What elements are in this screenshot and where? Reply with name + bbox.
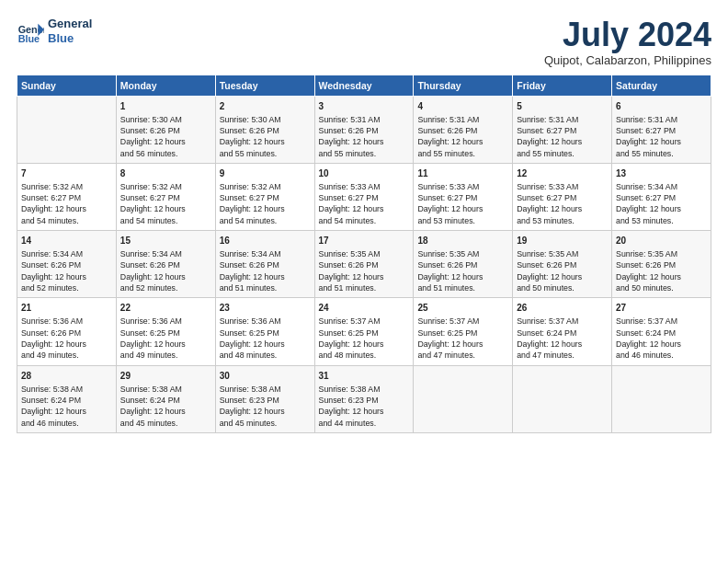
col-friday: Friday <box>513 75 612 96</box>
day-number: 10 <box>319 167 410 180</box>
logo-icon: General Blue <box>17 17 44 45</box>
day-number: 30 <box>220 370 311 383</box>
week-row-2: 7Sunrise: 5:32 AM Sunset: 6:27 PM Daylig… <box>17 163 711 230</box>
day-info: Sunrise: 5:37 AM Sunset: 6:25 PM Dayligh… <box>417 316 508 361</box>
day-number: 29 <box>120 370 211 383</box>
subtitle: Quipot, Calabarzon, Philippines <box>544 53 711 67</box>
day-number: 23 <box>220 302 311 315</box>
day-info: Sunrise: 5:38 AM Sunset: 6:23 PM Dayligh… <box>220 384 311 429</box>
day-info: Sunrise: 5:32 AM Sunset: 6:27 PM Dayligh… <box>120 181 211 226</box>
cell-w4-d2: 22Sunrise: 5:36 AM Sunset: 6:25 PM Dayli… <box>116 298 215 365</box>
day-number: 5 <box>517 100 608 113</box>
day-info: Sunrise: 5:31 AM Sunset: 6:26 PM Dayligh… <box>319 114 410 159</box>
cell-w2-d4: 10Sunrise: 5:33 AM Sunset: 6:27 PM Dayli… <box>314 163 414 230</box>
cell-w2-d6: 12Sunrise: 5:33 AM Sunset: 6:27 PM Dayli… <box>513 163 612 230</box>
day-info: Sunrise: 5:35 AM Sunset: 6:26 PM Dayligh… <box>517 248 608 293</box>
cell-w5-d7 <box>612 365 711 432</box>
header-row: Sunday Monday Tuesday Wednesday Thursday… <box>17 75 711 96</box>
day-number: 8 <box>120 167 211 180</box>
day-info: Sunrise: 5:32 AM Sunset: 6:27 PM Dayligh… <box>21 181 112 226</box>
week-row-5: 28Sunrise: 5:38 AM Sunset: 6:24 PM Dayli… <box>17 365 711 432</box>
cell-w1-d1 <box>17 96 117 163</box>
cell-w4-d1: 21Sunrise: 5:36 AM Sunset: 6:26 PM Dayli… <box>17 298 117 365</box>
cell-w4-d5: 25Sunrise: 5:37 AM Sunset: 6:25 PM Dayli… <box>414 298 513 365</box>
day-info: Sunrise: 5:33 AM Sunset: 6:27 PM Dayligh… <box>517 181 608 226</box>
cell-w3-d7: 20Sunrise: 5:35 AM Sunset: 6:26 PM Dayli… <box>612 231 711 298</box>
logo-text-line1: General <box>48 17 92 31</box>
day-number: 28 <box>21 370 112 383</box>
day-info: Sunrise: 5:30 AM Sunset: 6:26 PM Dayligh… <box>120 114 211 159</box>
cell-w1-d3: 2Sunrise: 5:30 AM Sunset: 6:26 PM Daylig… <box>215 96 314 163</box>
cell-w5-d6 <box>513 365 612 432</box>
cell-w3-d3: 16Sunrise: 5:34 AM Sunset: 6:26 PM Dayli… <box>215 231 314 298</box>
day-number: 3 <box>319 100 410 113</box>
day-info: Sunrise: 5:38 AM Sunset: 6:23 PM Dayligh… <box>319 384 410 429</box>
day-number: 11 <box>417 167 508 180</box>
cell-w1-d6: 5Sunrise: 5:31 AM Sunset: 6:27 PM Daylig… <box>513 96 612 163</box>
col-thursday: Thursday <box>414 75 513 96</box>
cell-w1-d5: 4Sunrise: 5:31 AM Sunset: 6:26 PM Daylig… <box>414 96 513 163</box>
col-tuesday: Tuesday <box>215 75 314 96</box>
col-saturday: Saturday <box>612 75 711 96</box>
day-number: 16 <box>220 235 311 247</box>
day-number: 1 <box>120 100 211 113</box>
col-wednesday: Wednesday <box>314 75 414 96</box>
day-number: 14 <box>21 235 112 247</box>
day-info: Sunrise: 5:38 AM Sunset: 6:24 PM Dayligh… <box>21 384 112 429</box>
cell-w4-d7: 27Sunrise: 5:37 AM Sunset: 6:24 PM Dayli… <box>612 298 711 365</box>
cell-w4-d6: 26Sunrise: 5:37 AM Sunset: 6:24 PM Dayli… <box>513 298 612 365</box>
day-info: Sunrise: 5:38 AM Sunset: 6:24 PM Dayligh… <box>120 384 211 429</box>
day-info: Sunrise: 5:31 AM Sunset: 6:27 PM Dayligh… <box>616 114 707 159</box>
cell-w1-d2: 1Sunrise: 5:30 AM Sunset: 6:26 PM Daylig… <box>116 96 215 163</box>
day-info: Sunrise: 5:34 AM Sunset: 6:26 PM Dayligh… <box>21 248 112 293</box>
day-info: Sunrise: 5:35 AM Sunset: 6:26 PM Dayligh… <box>319 248 410 293</box>
cell-w3-d4: 17Sunrise: 5:35 AM Sunset: 6:26 PM Dayli… <box>314 231 414 298</box>
day-info: Sunrise: 5:35 AM Sunset: 6:26 PM Dayligh… <box>616 248 707 293</box>
day-info: Sunrise: 5:36 AM Sunset: 6:25 PM Dayligh… <box>220 316 311 361</box>
calendar-body: 1Sunrise: 5:30 AM Sunset: 6:26 PM Daylig… <box>17 96 711 432</box>
cell-w5-d5 <box>414 365 513 432</box>
day-number: 31 <box>319 370 410 383</box>
cell-w2-d3: 9Sunrise: 5:32 AM Sunset: 6:27 PM Daylig… <box>215 163 314 230</box>
cell-w3-d5: 18Sunrise: 5:35 AM Sunset: 6:26 PM Dayli… <box>414 231 513 298</box>
day-number: 18 <box>417 235 508 247</box>
day-info: Sunrise: 5:37 AM Sunset: 6:25 PM Dayligh… <box>319 316 410 361</box>
day-number: 22 <box>120 302 211 315</box>
cell-w2-d2: 8Sunrise: 5:32 AM Sunset: 6:27 PM Daylig… <box>116 163 215 230</box>
calendar-table: Sunday Monday Tuesday Wednesday Thursday… <box>17 75 711 433</box>
cell-w4-d4: 24Sunrise: 5:37 AM Sunset: 6:25 PM Dayli… <box>314 298 414 365</box>
cell-w3-d6: 19Sunrise: 5:35 AM Sunset: 6:26 PM Dayli… <box>513 231 612 298</box>
day-number: 17 <box>319 235 410 247</box>
col-monday: Monday <box>116 75 215 96</box>
day-number: 9 <box>220 167 311 180</box>
day-info: Sunrise: 5:34 AM Sunset: 6:27 PM Dayligh… <box>616 181 707 226</box>
day-number: 12 <box>517 167 608 180</box>
cell-w5-d2: 29Sunrise: 5:38 AM Sunset: 6:24 PM Dayli… <box>116 365 215 432</box>
day-info: Sunrise: 5:37 AM Sunset: 6:24 PM Dayligh… <box>517 316 608 361</box>
cell-w5-d3: 30Sunrise: 5:38 AM Sunset: 6:23 PM Dayli… <box>215 365 314 432</box>
col-sunday: Sunday <box>17 75 117 96</box>
day-info: Sunrise: 5:32 AM Sunset: 6:27 PM Dayligh… <box>220 181 311 226</box>
day-number: 21 <box>21 302 112 315</box>
day-number: 25 <box>417 302 508 315</box>
day-info: Sunrise: 5:30 AM Sunset: 6:26 PM Dayligh… <box>220 114 311 159</box>
week-row-4: 21Sunrise: 5:36 AM Sunset: 6:26 PM Dayli… <box>17 298 711 365</box>
day-number: 19 <box>517 235 608 247</box>
day-number: 6 <box>616 100 707 113</box>
logo: General Blue General Blue <box>17 17 92 45</box>
day-number: 7 <box>21 167 112 180</box>
page-header: General Blue General Blue July 2024 Quip… <box>17 17 711 67</box>
cell-w2-d1: 7Sunrise: 5:32 AM Sunset: 6:27 PM Daylig… <box>17 163 117 230</box>
day-info: Sunrise: 5:37 AM Sunset: 6:24 PM Dayligh… <box>616 316 707 361</box>
day-info: Sunrise: 5:35 AM Sunset: 6:26 PM Dayligh… <box>417 248 508 293</box>
day-info: Sunrise: 5:34 AM Sunset: 6:26 PM Dayligh… <box>120 248 211 293</box>
cell-w2-d7: 13Sunrise: 5:34 AM Sunset: 6:27 PM Dayli… <box>612 163 711 230</box>
day-number: 24 <box>319 302 410 315</box>
day-number: 4 <box>417 100 508 113</box>
day-info: Sunrise: 5:31 AM Sunset: 6:26 PM Dayligh… <box>417 114 508 159</box>
logo-text-line2: Blue <box>48 31 92 46</box>
cell-w3-d1: 14Sunrise: 5:34 AM Sunset: 6:26 PM Dayli… <box>17 231 117 298</box>
week-row-1: 1Sunrise: 5:30 AM Sunset: 6:26 PM Daylig… <box>17 96 711 163</box>
day-number: 20 <box>616 235 707 247</box>
day-number: 13 <box>616 167 707 180</box>
